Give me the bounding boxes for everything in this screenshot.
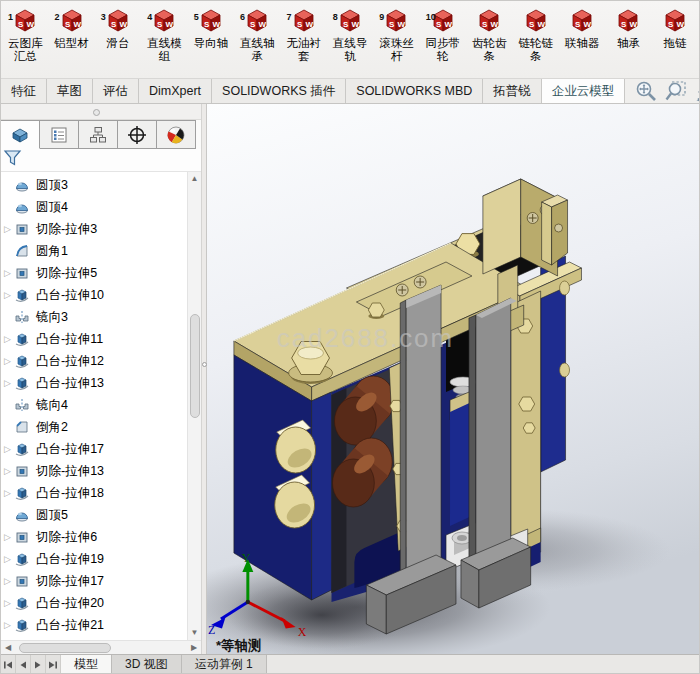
tree-item[interactable]: ▷ 凸台-拉伸13 xyxy=(1,372,187,394)
tree-item[interactable]: ▷ 倒角2 xyxy=(1,416,187,438)
tree-item[interactable]: ▷ 凸台-拉伸21 xyxy=(1,614,187,636)
expand-arrow-icon[interactable]: ▷ xyxy=(1,268,14,278)
zoom-fit-icon[interactable] xyxy=(633,79,659,103)
toolbar-item[interactable]: 8 S W 直线导轨 xyxy=(327,2,373,78)
tree-item[interactable]: ▷ 凸台-拉伸17 xyxy=(1,438,187,460)
scroll-up-icon[interactable]: ▲ xyxy=(188,172,202,186)
expand-arrow-icon[interactable]: ▷ xyxy=(1,576,14,586)
scroll-right-icon[interactable]: ▶ xyxy=(187,641,201,655)
toolbar-item[interactable]: 3 S W 滑台 xyxy=(95,2,141,78)
toolbar-item[interactable]: 9 S W 滚珠丝杆 xyxy=(373,2,419,78)
study-tab[interactable]: 3D 视图 xyxy=(112,655,182,674)
tree-vertical-scrollbar[interactable]: ▲ ▼ xyxy=(187,172,201,640)
tree-item[interactable]: ▷ 镜向3 xyxy=(1,306,187,328)
manager-tabs xyxy=(1,120,201,149)
expand-arrow-icon[interactable]: ▷ xyxy=(1,620,14,630)
tree-item-label: 凸台-拉伸11 xyxy=(36,331,103,348)
toolbar-item[interactable]: 1 S W 云图库汇总 xyxy=(2,2,48,78)
tree-item[interactable]: ▷ 圆顶4 xyxy=(1,196,187,218)
expand-arrow-icon[interactable]: ▷ xyxy=(1,334,14,344)
expand-arrow-icon[interactable]: ▷ xyxy=(1,378,14,388)
toolbar-item-label: 滚珠丝杆 xyxy=(374,37,418,63)
study-tab[interactable]: 模型 xyxy=(61,655,112,674)
ribbon-tab[interactable]: SOLIDWORKS MBD xyxy=(346,79,483,103)
nav-prev-icon[interactable] xyxy=(16,655,31,674)
tree-item-label: 凸台-拉伸18 xyxy=(36,485,104,502)
expand-arrow-icon[interactable]: ▷ xyxy=(1,466,14,476)
ribbon-tab[interactable]: SOLIDWORKS 插件 xyxy=(212,79,346,103)
ribbon-tab[interactable]: 企业云模型 xyxy=(542,79,626,103)
dimxpertmanager-icon[interactable] xyxy=(118,120,157,149)
toolbar-item[interactable]: S W 拖链 xyxy=(652,2,698,78)
toolbar-item[interactable]: 4 S W 直线模组 xyxy=(141,2,187,78)
nav-next-icon[interactable] xyxy=(31,655,46,674)
scroll-left-icon[interactable]: ◀ xyxy=(1,641,15,655)
tree-item[interactable]: ▷ 切除-拉伸6 xyxy=(1,526,187,548)
tree-item[interactable]: ▷ 凸台-拉伸11 xyxy=(1,328,187,350)
toolbar-item[interactable]: 2 S W 铝型材 xyxy=(48,2,94,78)
nav-first-icon[interactable] xyxy=(1,655,16,674)
triad-y-label: Y xyxy=(242,551,251,565)
expand-arrow-icon[interactable]: ▷ xyxy=(1,554,14,564)
tree-item[interactable]: ▷ 切除-拉伸17 xyxy=(1,570,187,592)
tree-item[interactable]: ▷ 切除-拉伸13 xyxy=(1,460,187,482)
toolbar-item[interactable]: 6 S W 直线轴承 xyxy=(234,2,280,78)
ribbon-tab[interactable]: 拓普锐 xyxy=(483,79,542,103)
tree-item[interactable]: ▷ 镜向4 xyxy=(1,394,187,416)
scroll-thumb[interactable] xyxy=(190,314,200,418)
configurationmanager-icon[interactable] xyxy=(79,120,118,149)
expand-arrow-icon[interactable]: ▷ xyxy=(1,224,14,234)
filter-funnel-icon[interactable] xyxy=(3,149,23,172)
expand-arrow-icon[interactable]: ▷ xyxy=(1,488,14,498)
nav-last-icon[interactable] xyxy=(46,655,61,674)
panel-top-splitter[interactable] xyxy=(1,104,201,120)
propertymanager-icon[interactable] xyxy=(40,120,79,149)
sw-cube-icon: S W xyxy=(337,7,363,37)
ribbon-tab[interactable]: DimXpert xyxy=(139,79,212,103)
expand-arrow-icon[interactable]: ▷ xyxy=(1,356,14,366)
graphics-area[interactable]: cad2688.com Y X Z *等轴测 xyxy=(207,104,699,654)
toolbar-item[interactable]: S W 联轴器 xyxy=(559,2,605,78)
toolbar-item[interactable]: 10 S W 同步带轮 xyxy=(420,2,466,78)
sw-cube-icon: S W xyxy=(523,7,549,37)
tree-item[interactable]: ▷ 凸台-拉伸19 xyxy=(1,548,187,570)
ribbon-tab[interactable]: 特征 xyxy=(1,79,47,103)
section-view-icon[interactable] xyxy=(693,79,699,103)
boss-extrude-icon xyxy=(14,441,31,457)
toolbar-item[interactable]: 7 S W 无油衬套 xyxy=(280,2,326,78)
scroll-down-icon[interactable]: ▼ xyxy=(188,626,202,640)
expand-arrow-icon[interactable]: ▷ xyxy=(1,598,14,608)
tree-item[interactable]: ▷ 切除-拉伸3 xyxy=(1,218,187,240)
ribbon-tab[interactable]: 草图 xyxy=(47,79,93,103)
tree-item[interactable]: ▷ 凸台-拉伸10 xyxy=(1,284,187,306)
displaymanager-icon[interactable] xyxy=(157,120,196,149)
tree-item[interactable]: ▷ 圆顶5 xyxy=(1,504,187,526)
tree-item[interactable]: ▷ 凸台-拉伸20 xyxy=(1,592,187,614)
study-tab-bar: 模型 3D 视图 运动算例 1 xyxy=(1,654,699,674)
expand-arrow-icon[interactable]: ▷ xyxy=(1,532,14,542)
ribbon-tab-label: 拓普锐 xyxy=(493,83,531,100)
toolbar-item[interactable]: S W 齿轮齿条 xyxy=(466,2,512,78)
study-tab[interactable]: 运动算例 1 xyxy=(182,655,267,674)
study-tabs: 模型 3D 视图 运动算例 1 xyxy=(61,655,267,674)
toolbar-item[interactable]: S W 轴承 xyxy=(605,2,651,78)
expand-arrow-icon[interactable]: ▷ xyxy=(1,290,14,300)
tree-item[interactable]: ▷ 凸台-拉伸18 xyxy=(1,482,187,504)
svg-text:W: W xyxy=(120,20,128,29)
splitter-handle[interactable] xyxy=(93,109,100,116)
tree-item[interactable]: ▷ 凸台-拉伸12 xyxy=(1,350,187,372)
toolbar-item[interactable]: 5 S W 导向轴 xyxy=(188,2,234,78)
tree-item[interactable]: ▷ 圆顶3 xyxy=(1,174,187,196)
model-canvas[interactable]: cad2688.com Y X Z *等轴测 xyxy=(207,104,699,654)
tree-horizontal-scrollbar[interactable]: ◀ ▶ xyxy=(1,640,201,654)
featuremanager-icon[interactable] xyxy=(1,120,40,149)
expand-arrow-icon[interactable]: ▷ xyxy=(1,444,14,454)
boss-extrude-icon xyxy=(14,287,31,303)
scroll-thumb[interactable] xyxy=(19,643,111,653)
tree-item[interactable]: ▷ 圆角1 xyxy=(1,240,187,262)
tree-item[interactable]: ▷ 切除-拉伸5 xyxy=(1,262,187,284)
ribbon-tab[interactable]: 评估 xyxy=(93,79,139,103)
toolbar-item[interactable]: S W 链轮链条 xyxy=(512,2,558,78)
zoom-area-icon[interactable] xyxy=(663,79,689,103)
svg-text:S: S xyxy=(343,20,349,29)
